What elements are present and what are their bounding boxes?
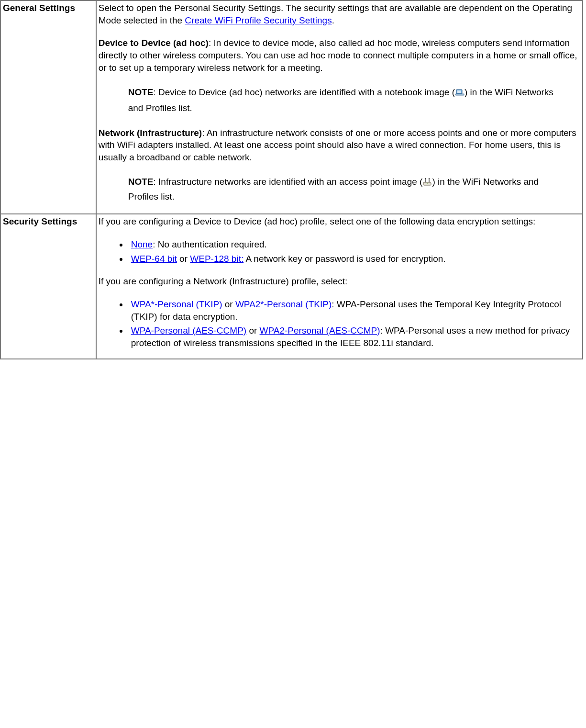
svg-point-7 <box>429 178 430 179</box>
list-item: WPA-Personal (AES-CCMP) or WPA2-Personal… <box>128 325 580 349</box>
none-link[interactable]: None <box>131 239 153 249</box>
settings-table: General Settings Select to open the Pers… <box>0 0 583 359</box>
adhoc-note-label: NOTE <box>128 87 154 97</box>
adhoc-note-pre: : Device to Device (ad hoc) networks are… <box>154 87 455 97</box>
list-item: None: No authentication required. <box>128 238 580 251</box>
security-infra-intro: If you are configuring a Network (Infras… <box>99 275 580 288</box>
list-item: WPA*-Personal (TKIP) or WPA2*-Personal (… <box>128 298 580 323</box>
general-settings-label: General Settings <box>0 0 96 214</box>
general-intro-paragraph: Select to open the Personal Security Set… <box>99 2 580 26</box>
infrastructure-note-label: NOTE <box>128 177 154 187</box>
infrastructure-heading: Network (Infrastructure) <box>99 128 202 138</box>
wpa-tkip-mid: or <box>222 299 235 309</box>
adhoc-note-block: NOTE: Device to Device (ad hoc) networks… <box>128 84 580 116</box>
svg-rect-2 <box>455 94 464 95</box>
wpa-personal-tkip-link[interactable]: WPA*-Personal (TKIP) <box>131 299 222 309</box>
wep-128-link[interactable]: WEP-128 bit: <box>190 254 243 264</box>
security-adhoc-list: None: No authentication required. WEP-64… <box>99 238 580 265</box>
create-wifi-profile-security-settings-link[interactable]: Create WiFi Profile Security Settings <box>185 15 332 25</box>
infrastructure-note-block: NOTE: Infrastructure networks are identi… <box>128 174 580 204</box>
security-settings-content: If you are configuring a Device to Devic… <box>96 214 583 359</box>
wpa-personal-aes-link[interactable]: WPA-Personal (AES-CCMP) <box>131 325 246 336</box>
wep-mid: or <box>177 254 190 264</box>
general-intro-text-pre: Select to open the Personal Security Set… <box>99 3 572 25</box>
adhoc-heading: Device to Device (ad hoc) <box>99 38 209 48</box>
svg-rect-1 <box>457 90 461 93</box>
wpa2-personal-tkip-link[interactable]: WPA2*-Personal (TKIP) <box>235 299 332 309</box>
infrastructure-note-pre: : Infrastructure networks are identified… <box>154 177 423 187</box>
notebook-icon <box>455 86 464 96</box>
row-general-settings: General Settings Select to open the Pers… <box>0 0 583 214</box>
security-infra-list: WPA*-Personal (TKIP) or WPA2*-Personal (… <box>99 298 580 349</box>
general-settings-content: Select to open the Personal Security Set… <box>96 0 583 214</box>
wep-64-link[interactable]: WEP-64 bit <box>131 254 177 264</box>
access-point-icon <box>422 176 432 186</box>
general-intro-text-post: . <box>332 15 334 25</box>
svg-point-6 <box>425 178 426 179</box>
infrastructure-paragraph: Network (Infrastructure): An infrastruct… <box>99 127 580 164</box>
security-adhoc-intro: If you are configuring a Device to Devic… <box>99 215 580 228</box>
list-item: WEP-64 bit or WEP-128 bit: A network key… <box>128 253 580 265</box>
none-desc: : No authentication required. <box>153 239 267 249</box>
wep-desc: A network key or password is used for en… <box>243 254 445 264</box>
security-settings-label: Security Settings <box>0 214 96 359</box>
wpa-aes-mid: or <box>246 325 259 336</box>
svg-point-8 <box>427 183 428 184</box>
wpa2-personal-aes-link[interactable]: WPA2-Personal (AES-CCMP) <box>260 325 380 336</box>
row-security-settings: Security Settings If you are configuring… <box>0 214 583 359</box>
adhoc-paragraph: Device to Device (ad hoc): In device to … <box>99 37 580 74</box>
